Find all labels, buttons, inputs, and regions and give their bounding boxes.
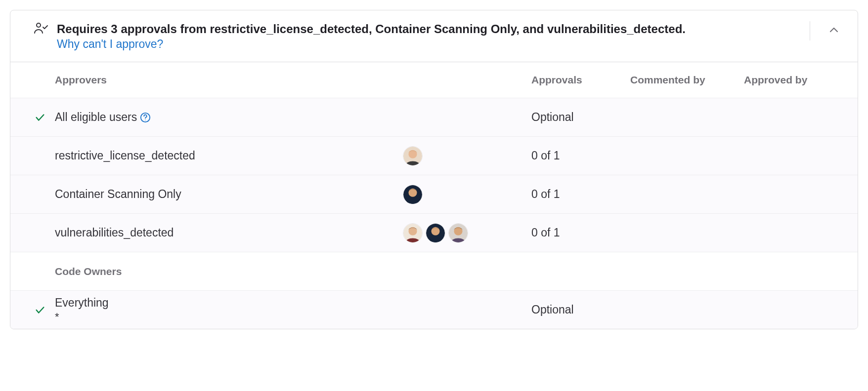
question-circle-icon [140,112,151,123]
collapse-divider [810,21,843,40]
svg-point-6 [408,188,417,196]
svg-point-4 [408,150,417,158]
approver-name: vulnerabilities_detected [55,226,403,239]
svg-point-0 [37,23,41,27]
avatar[interactable] [403,146,423,166]
table-header-row: Approvers Approvals Commented by Approve… [10,62,858,98]
table-row: Everything*Optional [10,290,858,329]
row-status [25,112,55,123]
svg-point-10 [431,227,439,235]
check-icon [35,112,45,123]
avatar-icon [449,223,468,243]
table-body: All eligible usersOptionalrestrictive_li… [10,98,858,329]
header-text: Requires 3 approvals from restrictive_li… [57,21,791,51]
avatar-icon [403,185,422,204]
section-label: Code Owners [55,266,403,277]
row-status [25,305,55,315]
section-header: Code Owners [10,252,858,290]
avatar-icon [403,146,422,166]
approvals-value: Optional [531,111,630,124]
approver-name: Container Scanning Only [55,188,403,201]
col-approved-by-header: Approved by [744,74,843,86]
svg-point-2 [145,119,145,120]
approvals-panel: Requires 3 approvals from restrictive_li… [10,10,858,329]
approver-pattern: * [55,311,59,323]
approvals-value: 0 of 1 [531,188,630,201]
approver-name: All eligible users [55,111,403,124]
table-row: Container Scanning Only0 of 1 [10,175,858,213]
approver-name: Everything* [55,296,403,323]
panel-header: Requires 3 approvals from restrictive_li… [10,10,858,62]
avatar[interactable] [403,185,423,204]
check-icon [35,305,45,315]
why-cant-approve-link[interactable]: Why can't I approve? [57,38,163,51]
avatars-cell [403,146,531,166]
table-row: All eligible usersOptional [10,98,858,136]
avatars-cell [403,185,531,204]
avatar[interactable] [426,223,445,243]
approval-status-icon [34,22,48,37]
col-approvers-header: Approvers [55,74,403,86]
approver-name: restrictive_license_detected [55,149,403,162]
col-approvals-header: Approvals [531,74,630,86]
approvals-value: 0 of 1 [531,226,630,239]
avatar[interactable] [448,223,468,243]
avatar-icon [403,223,422,243]
table-row: vulnerabilities_detected0 of 1 [10,213,858,252]
svg-point-12 [454,227,462,235]
help-icon-button[interactable] [140,112,151,123]
svg-point-8 [408,227,417,235]
approvals-table: Approvers Approvals Commented by Approve… [10,62,858,329]
collapse-button[interactable] [825,21,843,40]
col-commented-by-header: Commented by [630,74,744,86]
avatars-cell [403,223,531,243]
approvals-value: 0 of 1 [531,149,630,162]
table-row: restrictive_license_detected0 of 1 [10,136,858,175]
avatar[interactable] [403,223,423,243]
approvals-value: Optional [531,303,630,316]
chevron-up-icon [828,24,840,36]
avatar-icon [426,223,445,243]
header-title: Requires 3 approvals from restrictive_li… [57,21,791,37]
